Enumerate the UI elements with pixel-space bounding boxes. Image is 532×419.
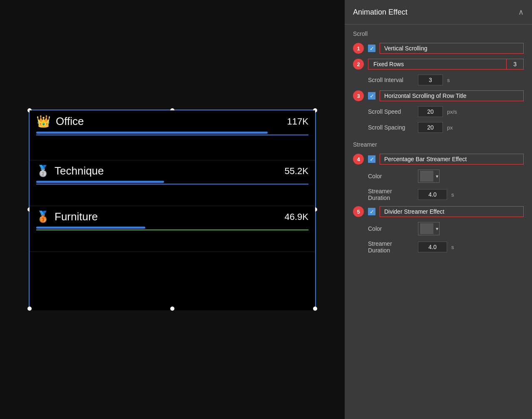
dropdown-arrow-1: ▼ [435, 174, 439, 179]
crown-icon-3: 🥉 [36, 210, 50, 223]
divider-line-2 [36, 184, 308, 185]
streamer-duration-label-2: Streamer Duration [368, 240, 414, 254]
collapse-icon[interactable]: ∧ [518, 7, 524, 17]
percentage-bar-row: 4 Percentage Bar Streamer Effect [345, 151, 532, 167]
vertical-scrolling-label: Vertical Scrolling [380, 43, 524, 54]
scroll-spacing-row: Scroll Spacing px [345, 120, 532, 135]
scroll-spacing-label: Scroll Spacing [368, 124, 414, 131]
progress-bar-3 [36, 227, 145, 229]
bottom-spacer [345, 256, 532, 273]
fixed-rows-row: 2 Fixed Rows 3 [345, 56, 532, 72]
divider-streamer-checkbox[interactable] [368, 208, 375, 215]
progress-bar-container-3 [36, 227, 308, 229]
row-name-1: Office [56, 115, 84, 128]
scroll-speed-input[interactable] [418, 106, 443, 117]
color-dropdown-2[interactable]: ▼ [418, 222, 440, 235]
color-row-1: Color ▼ [345, 167, 532, 185]
table-row: 🥉 Furniture 46.9K [30, 206, 315, 252]
badge-3: 3 [353, 90, 364, 101]
canvas-area: 👑 Office 117K 🥈 Technique 55.2K [0, 0, 345, 419]
vertical-scrolling-row: 1 Vertical Scrolling [345, 40, 532, 56]
divider-streamer-label: Divider Streamer Effect [380, 206, 524, 217]
dropdown-arrow-2: ▼ [435, 227, 439, 231]
scroll-section-label: Scroll [345, 25, 532, 40]
crown-icon-1: 👑 [36, 115, 51, 128]
streamer-duration-input-2[interactable] [418, 242, 447, 252]
scroll-speed-unit: px/s [447, 109, 457, 115]
widget-container[interactable]: 👑 Office 117K 🥈 Technique 55.2K [29, 110, 316, 309]
badge-1: 1 [353, 43, 364, 54]
handle-bc[interactable] [170, 307, 174, 311]
row-name-3: Furniture [55, 210, 98, 223]
scroll-interval-input[interactable] [418, 75, 443, 85]
streamer-duration-label-1: Streamer Duration [368, 188, 414, 201]
streamer-duration-unit-1: s [451, 192, 454, 198]
streamer-duration-input-1[interactable] [418, 189, 447, 200]
scroll-speed-row: Scroll Speed px/s [345, 104, 532, 120]
percentage-bar-checkbox[interactable] [368, 155, 375, 163]
horizontal-scrolling-checkbox[interactable] [368, 92, 375, 100]
divider-streamer-row: 5 Divider Streamer Effect [345, 204, 532, 219]
scroll-spacing-unit: px [447, 125, 453, 131]
progress-bar-1 [36, 132, 268, 134]
progress-bar-container-1 [36, 132, 308, 134]
color-dropdown-1[interactable]: ▼ [418, 170, 440, 183]
scroll-interval-unit: s [447, 77, 450, 83]
badge-5: 5 [353, 206, 364, 217]
color-label-1: Color [368, 173, 414, 180]
fixed-rows-control: Fixed Rows 3 [368, 59, 524, 70]
row-rank: 🥉 Furniture [36, 210, 98, 223]
horizontal-scrolling-label: Horizontal Scrolling of Row Title [380, 90, 524, 101]
table-row: 🥈 Technique 55.2K [30, 160, 315, 206]
badge-2: 2 [353, 59, 364, 70]
panel-title: Animation Effect [353, 8, 408, 17]
scroll-interval-label: Scroll Interval [368, 77, 414, 83]
color-label-2: Color [368, 225, 414, 232]
streamer-duration-row-2: Streamer Duration s [345, 238, 532, 256]
color-row-2: Color ▼ [345, 219, 532, 238]
row-value-3: 46.9K [285, 212, 309, 222]
progress-bar-2 [36, 181, 164, 183]
row-value-2: 55.2K [285, 166, 309, 177]
divider-line-1 [36, 135, 308, 135]
horizontal-scrolling-row: 3 Horizontal Scrolling of Row Title [345, 88, 532, 104]
badge-4: 4 [353, 154, 364, 165]
right-panel: Animation Effect ∧ Scroll 1 Vertical Scr… [345, 0, 532, 419]
fixed-rows-value[interactable]: 3 [507, 59, 523, 69]
handle-bl[interactable] [27, 307, 32, 311]
crown-icon-2: 🥈 [36, 165, 50, 177]
row-name-2: Technique [55, 165, 104, 177]
divider-line-3 [36, 229, 308, 230]
streamer-section-label: Streamer [345, 135, 532, 151]
row-rank: 👑 Office [36, 115, 84, 128]
streamer-duration-unit-2: s [451, 244, 454, 250]
vertical-scrolling-checkbox[interactable] [368, 45, 375, 52]
panel-header: Animation Effect ∧ [345, 0, 532, 25]
scroll-speed-label: Scroll Speed [368, 108, 414, 115]
scroll-spacing-input[interactable] [418, 122, 443, 133]
streamer-duration-row-1: Streamer Duration s [345, 185, 532, 204]
fixed-rows-label: Fixed Rows [368, 59, 507, 69]
progress-bar-container-2 [36, 181, 308, 183]
handle-br[interactable] [313, 307, 317, 311]
percentage-bar-label: Percentage Bar Streamer Effect [380, 154, 524, 165]
table-row: 👑 Office 117K [30, 110, 315, 160]
empty-rows [30, 252, 315, 310]
scroll-interval-row: Scroll Interval s [345, 72, 532, 88]
row-value-1: 117K [287, 116, 308, 127]
row-rank: 🥈 Technique [36, 165, 104, 177]
